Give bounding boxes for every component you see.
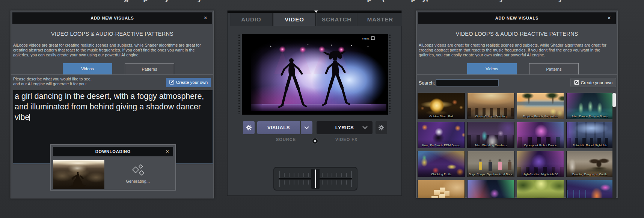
- svg-text:FINAL: FINAL: [362, 38, 370, 40]
